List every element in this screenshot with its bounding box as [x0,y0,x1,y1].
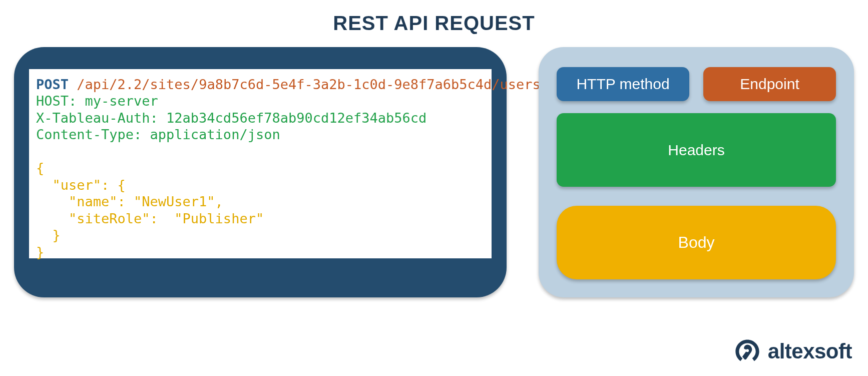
code-body-line: { [36,160,44,176]
code-body-line: "siteRole": "Publisher" [36,211,264,226]
code-method: POST [36,77,69,92]
altexsoft-logo-icon [734,338,761,365]
legend-top-row: HTTP method Endpoint [557,67,836,101]
code-body-line: "name": "NewUser1", [36,194,223,209]
legend-endpoint: Endpoint [703,67,836,101]
code-header-line: X-Tableau-Auth: 12ab34cd56ef78ab90cd12ef… [36,110,426,126]
code-header-line: Content-Type: application/json [36,127,280,142]
code-body-line: } [36,227,61,243]
diagram-canvas: REST API REQUEST POST /api/2.2/sites/9a8… [0,0,868,376]
svg-point-0 [746,349,749,352]
legend-headers: Headers [557,113,836,187]
legend-body: Body [557,206,836,279]
code-card: POST /api/2.2/sites/9a8b7c6d-5e4f-3a2b-1… [14,47,507,297]
code-body-line: } [36,244,44,260]
diagram-title: REST API REQUEST [0,12,868,35]
code-header-line: HOST: my-server [36,93,158,109]
brand: altexsoft [734,338,852,365]
legend-card: HTTP method Endpoint Headers Body [539,47,854,297]
legend-http-method: HTTP method [557,67,689,101]
code-endpoint: /api/2.2/sites/9a8b7c6d-5e4f-3a2b-1c0d-9… [77,77,614,92]
code-body-line: "user": { [36,177,126,193]
brand-name: altexsoft [768,339,852,363]
code-block: POST /api/2.2/sites/9a8b7c6d-5e4f-3a2b-1… [29,69,492,258]
